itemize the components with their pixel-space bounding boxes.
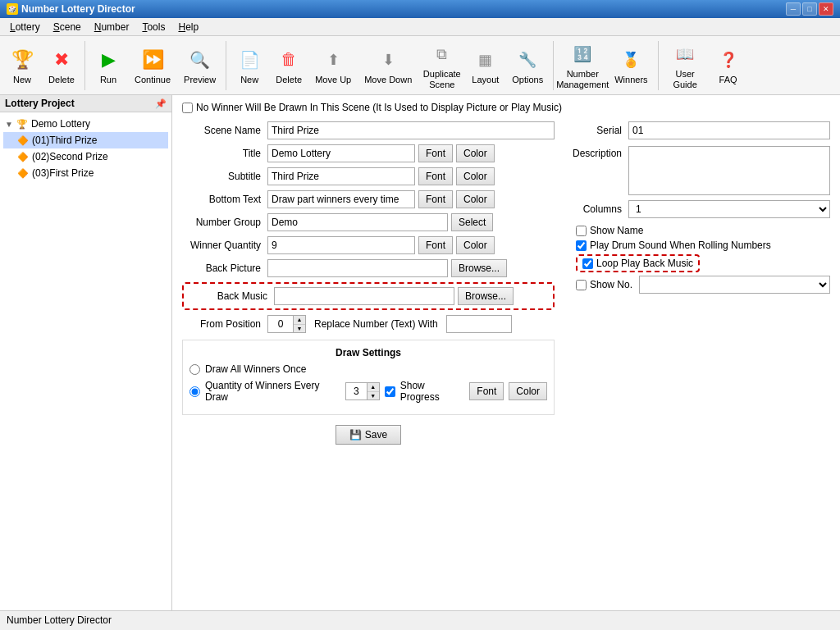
maximize-button[interactable]: □ (802, 2, 817, 16)
show-name-row: Show Name (576, 225, 830, 236)
winners-button[interactable]: 🏅 Winners (609, 43, 653, 88)
subtitle-row: Subtitle Font Color (182, 167, 555, 185)
run-button[interactable]: ▶ Run (89, 43, 127, 88)
title-font-button[interactable]: Font (418, 144, 453, 162)
new-lottery-button[interactable]: 🏆 New (3, 43, 41, 88)
layout-button[interactable]: ▦ Layout (466, 43, 504, 88)
toolbar-sep-1 (84, 41, 85, 90)
preview-button[interactable]: 🔍 Preview (178, 43, 221, 88)
back-picture-input[interactable] (267, 259, 448, 277)
bottom-text-font-button[interactable]: Font (418, 190, 453, 208)
tree-item-first-prize[interactable]: 🔶 (03)First Prize (3, 165, 168, 181)
back-picture-browse-button[interactable]: Browse... (451, 259, 507, 277)
serial-input[interactable] (628, 121, 830, 139)
quantity-input[interactable] (346, 383, 367, 399)
minimize-button[interactable]: ─ (786, 2, 801, 16)
move-up-button[interactable]: ⬆ Move Up (309, 43, 357, 88)
delete-lottery-button[interactable]: ✖ Delete (43, 43, 80, 88)
tree-item-second-prize[interactable]: 🔶 (02)Second Prize (3, 148, 168, 165)
description-input[interactable] (628, 146, 830, 195)
bottom-text-label: Bottom Text (182, 194, 264, 205)
description-label: Description (568, 146, 625, 159)
show-name-checkbox[interactable] (576, 226, 587, 236)
bottom-text-color-button[interactable]: Color (456, 190, 495, 208)
menu-bar: Lottery Scene Number Tools Help (0, 18, 840, 36)
bottom-text-row: Bottom Text Font Color (182, 190, 555, 208)
draw-all-winners-radio[interactable] (189, 364, 200, 375)
move-down-button[interactable]: ⬇ Move Down (358, 43, 418, 88)
back-picture-label: Back Picture (182, 262, 264, 274)
play-drum-sound-checkbox[interactable] (576, 240, 587, 251)
no-winner-label: No Winner Will Be Drawn In This Scene (I… (196, 102, 562, 113)
menu-tools[interactable]: Tools (135, 20, 171, 34)
play-drum-sound-row: Play Drum Sound When Rolling Numbers (576, 240, 830, 251)
from-position-spinbox: ▲ ▼ (267, 315, 306, 333)
menu-lottery[interactable]: Lottery (3, 20, 47, 34)
tree-item-third-prize[interactable]: 🔶 (01)Third Prize (3, 132, 168, 148)
duplicate-scene-button[interactable]: ⧉ Duplicate Scene (419, 38, 464, 92)
tree-root-label: Demo Lottery (31, 118, 90, 130)
new-scene-button[interactable]: 📄 New (231, 43, 268, 88)
menu-number[interactable]: Number (88, 20, 136, 34)
show-no-select[interactable] (639, 276, 830, 294)
faq-button[interactable]: ❓ FAQ (710, 43, 747, 88)
subtitle-font-button[interactable]: Font (418, 167, 453, 185)
replace-input[interactable] (446, 315, 512, 333)
subtitle-input[interactable] (267, 167, 415, 185)
number-group-input[interactable] (267, 213, 448, 231)
title-input[interactable] (267, 144, 415, 162)
from-position-up-button[interactable]: ▲ (294, 316, 305, 325)
close-button[interactable]: ✕ (819, 2, 833, 16)
status-bar: Number Lottery Director (0, 610, 840, 628)
winner-quantity-row: Winner Quantity Font Color (182, 236, 555, 254)
from-position-down-button[interactable]: ▼ (294, 325, 305, 333)
user-guide-button[interactable]: 📖 User Guide (663, 38, 708, 92)
main-container: Lottery Project 📌 ▼ 🏆 Demo Lottery 🔶 (01… (0, 95, 840, 610)
delete-scene-button[interactable]: 🗑 Delete (270, 43, 308, 88)
scene-icon-2: 🔶 (16, 150, 30, 163)
tree-root[interactable]: ▼ 🏆 Demo Lottery (3, 116, 168, 132)
form-section: Scene Name Title Font Color Subtitle Fon… (182, 121, 830, 445)
show-no-checkbox[interactable] (576, 280, 587, 290)
show-progress-checkbox[interactable] (385, 386, 395, 397)
draw-all-winners-label: Draw All Winners Once (205, 363, 306, 375)
back-music-input[interactable] (274, 287, 454, 305)
columns-row: Columns 1 2 3 4 (568, 200, 830, 218)
save-button[interactable]: 💾 Save (336, 425, 401, 445)
subtitle-color-button[interactable]: Color (456, 167, 495, 185)
scene-name-input[interactable] (267, 121, 555, 139)
menu-help[interactable]: Help (171, 20, 205, 34)
winner-quantity-color-button[interactable]: Color (456, 236, 495, 254)
number-management-button[interactable]: 🔢 Number Management (558, 38, 607, 92)
tree-item-label-1: (01)Third Prize (32, 135, 97, 146)
save-label: Save (365, 429, 387, 441)
number-group-select-button[interactable]: Select (451, 213, 493, 231)
bottom-text-input[interactable] (267, 190, 415, 208)
no-winner-checkbox[interactable] (182, 103, 193, 113)
draw-settings-color-button[interactable]: Color (509, 382, 547, 400)
pin-icon[interactable]: 📌 (155, 98, 167, 109)
from-position-input[interactable] (268, 316, 293, 332)
quantity-every-draw-label: Quantity of Winners Every Draw (205, 380, 340, 403)
quantity-down-button[interactable]: ▼ (368, 392, 379, 400)
menu-scene[interactable]: Scene (47, 20, 88, 34)
columns-select[interactable]: 1 2 3 4 (628, 200, 830, 218)
draw-settings-font-button[interactable]: Font (469, 382, 504, 400)
app-icon: 🎲 (7, 3, 18, 15)
options-button[interactable]: 🔧 Options (506, 43, 549, 88)
quantity-every-draw-radio[interactable] (189, 386, 200, 397)
replace-label: Replace Number (Text) With (314, 318, 438, 330)
back-music-browse-button[interactable]: Browse... (458, 287, 514, 305)
winner-quantity-input[interactable] (267, 236, 415, 254)
number-group-label: Number Group (182, 217, 264, 228)
panel-header: Lottery Project 📌 (0, 95, 171, 112)
continue-button[interactable]: ⏩ Continue (129, 43, 176, 88)
winner-quantity-font-button[interactable]: Font (418, 236, 453, 254)
loop-play-back-music-checkbox[interactable] (582, 258, 593, 269)
subtitle-label: Subtitle (182, 171, 264, 182)
quantity-up-button[interactable]: ▲ (368, 383, 379, 392)
loop-play-back-music-highlight: Loop Play Back Music (576, 254, 700, 272)
back-music-highlighted-container: Back Music Browse... (182, 282, 555, 310)
scene-icon-3: 🔶 (16, 167, 30, 180)
title-color-button[interactable]: Color (456, 144, 495, 162)
